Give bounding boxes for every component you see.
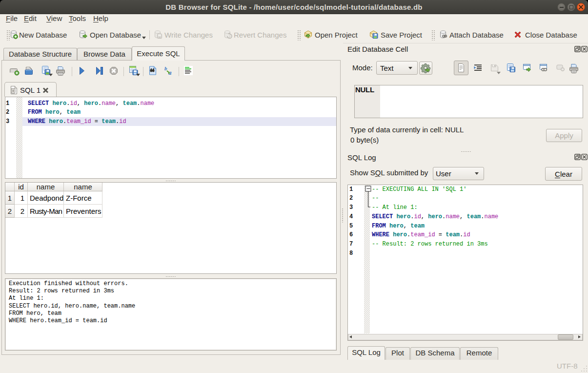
svg-text:b: b [164,66,167,71]
